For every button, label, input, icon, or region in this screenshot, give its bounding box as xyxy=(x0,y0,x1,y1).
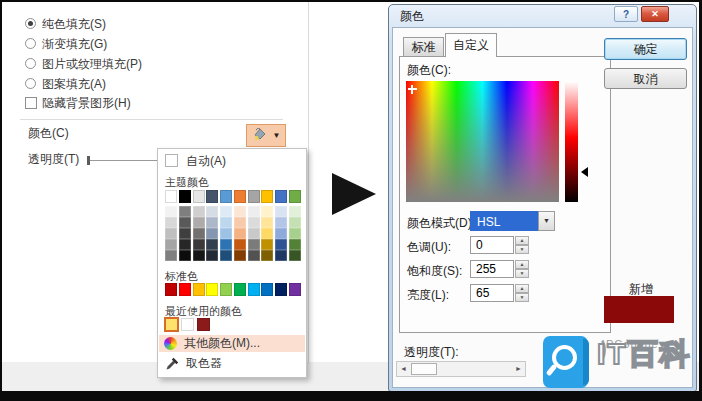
color-swatch[interactable] xyxy=(220,206,232,217)
saturation-input[interactable] xyxy=(470,260,514,278)
color-swatch[interactable] xyxy=(275,283,287,296)
color-swatch[interactable] xyxy=(261,283,273,296)
color-swatch[interactable] xyxy=(289,206,301,217)
color-swatch[interactable] xyxy=(275,250,287,261)
color-swatch[interactable] xyxy=(261,190,273,203)
color-swatch[interactable] xyxy=(289,217,301,228)
color-swatch[interactable] xyxy=(234,250,246,261)
color-swatch[interactable] xyxy=(234,190,246,203)
color-swatch[interactable] xyxy=(220,250,232,261)
scroll-left-icon[interactable]: ◄ xyxy=(397,362,410,376)
color-swatch[interactable] xyxy=(248,250,260,261)
color-swatch[interactable] xyxy=(206,283,218,296)
color-swatch[interactable] xyxy=(193,217,205,228)
spinner-down-icon[interactable]: ▼ xyxy=(515,269,529,278)
hue-saturation-picker[interactable] xyxy=(406,81,559,202)
radio-picture-texture-fill-label[interactable]: 图片或纹理填充(P) xyxy=(42,57,142,71)
color-mode-select[interactable]: HSL xyxy=(470,211,538,231)
luminance-input[interactable] xyxy=(470,284,514,302)
radio-gradient-fill-label[interactable]: 渐变填充(G) xyxy=(42,37,107,51)
color-swatch[interactable] xyxy=(181,318,194,331)
color-swatch[interactable] xyxy=(289,283,301,296)
color-swatch[interactable] xyxy=(179,239,191,250)
color-swatch[interactable] xyxy=(234,228,246,239)
color-swatch[interactable] xyxy=(206,206,218,217)
menu-item-eyedropper[interactable]: 取色器 xyxy=(159,355,305,372)
color-swatch[interactable] xyxy=(289,228,301,239)
color-swatch[interactable] xyxy=(275,228,287,239)
color-swatch[interactable] xyxy=(248,239,260,250)
fill-color-button[interactable]: ▼ xyxy=(246,124,286,147)
saturation-spinner[interactable]: ▲ ▼ xyxy=(515,260,529,278)
color-swatch[interactable] xyxy=(234,283,246,296)
color-swatch[interactable] xyxy=(261,239,273,250)
color-swatch[interactable] xyxy=(193,190,205,203)
radio-pattern-fill-label[interactable]: 图案填充(A) xyxy=(42,77,106,91)
color-swatch[interactable] xyxy=(248,228,260,239)
scroll-right-icon[interactable]: ► xyxy=(512,362,525,376)
color-swatch[interactable] xyxy=(179,250,191,261)
color-swatch[interactable] xyxy=(289,250,301,261)
ok-button[interactable]: 确定 xyxy=(604,38,687,60)
hue-spinner[interactable]: ▲ ▼ xyxy=(515,236,529,254)
spinner-up-icon[interactable]: ▲ xyxy=(515,260,529,269)
color-swatch[interactable] xyxy=(220,228,232,239)
hue-input[interactable] xyxy=(470,236,514,254)
color-swatch[interactable] xyxy=(193,228,205,239)
color-swatch[interactable] xyxy=(193,206,205,217)
color-swatch[interactable] xyxy=(193,239,205,250)
scrollbar-thumb[interactable] xyxy=(411,363,437,375)
color-swatch[interactable] xyxy=(289,239,301,250)
spinner-down-icon[interactable]: ▼ xyxy=(515,245,529,254)
color-swatch[interactable] xyxy=(234,239,246,250)
checkbox-hide-background-label[interactable]: 隐藏背景图形(H) xyxy=(42,96,131,110)
color-mode-dropdown-button[interactable]: ▼ xyxy=(538,211,555,231)
spinner-up-icon[interactable]: ▲ xyxy=(515,284,529,293)
radio-pattern-fill[interactable] xyxy=(25,78,36,89)
color-swatch[interactable] xyxy=(165,250,177,261)
color-swatch[interactable] xyxy=(220,217,232,228)
luminance-marker-icon[interactable] xyxy=(581,167,588,177)
color-swatch[interactable] xyxy=(165,318,178,331)
color-swatch[interactable] xyxy=(179,217,191,228)
color-swatch[interactable] xyxy=(206,250,218,261)
color-swatch[interactable] xyxy=(179,190,191,203)
luminance-bar[interactable] xyxy=(565,81,578,202)
color-swatch[interactable] xyxy=(275,217,287,228)
radio-gradient-fill[interactable] xyxy=(25,38,36,49)
transparency-scrollbar[interactable]: ◄ ► xyxy=(396,361,526,377)
color-swatch[interactable] xyxy=(248,283,260,296)
luminance-spinner[interactable]: ▲ ▼ xyxy=(515,284,529,302)
help-button[interactable]: ? xyxy=(614,6,638,22)
color-swatch[interactable] xyxy=(197,318,210,331)
spinner-down-icon[interactable]: ▼ xyxy=(515,293,529,302)
color-swatch[interactable] xyxy=(248,206,260,217)
color-swatch[interactable] xyxy=(179,283,191,296)
cancel-button[interactable]: 取消 xyxy=(604,68,687,89)
checkbox-hide-background[interactable] xyxy=(25,97,37,109)
color-swatch[interactable] xyxy=(206,190,218,203)
radio-solid-fill[interactable] xyxy=(25,18,36,29)
radio-solid-fill-label[interactable]: 纯色填充(S) xyxy=(42,17,106,31)
menu-item-automatic[interactable]: 自动(A) xyxy=(186,154,226,168)
close-button[interactable]: ✕ xyxy=(641,6,669,22)
color-swatch[interactable] xyxy=(165,228,177,239)
color-swatch[interactable] xyxy=(179,206,191,217)
color-swatch[interactable] xyxy=(261,206,273,217)
color-swatch[interactable] xyxy=(289,190,301,203)
menu-item-more-colors[interactable]: 其他颜色(M)... xyxy=(159,335,305,352)
color-swatch[interactable] xyxy=(234,217,246,228)
radio-picture-texture-fill[interactable] xyxy=(25,58,36,69)
color-swatch[interactable] xyxy=(261,250,273,261)
color-swatch[interactable] xyxy=(165,190,177,203)
color-swatch[interactable] xyxy=(220,239,232,250)
automatic-color-swatch[interactable] xyxy=(165,154,178,167)
color-swatch[interactable] xyxy=(275,239,287,250)
color-swatch[interactable] xyxy=(165,239,177,250)
color-swatch[interactable] xyxy=(220,283,232,296)
color-swatch[interactable] xyxy=(275,190,287,203)
color-swatch[interactable] xyxy=(165,217,177,228)
color-swatch[interactable] xyxy=(206,217,218,228)
tab-standard[interactable]: 标准 xyxy=(403,37,444,57)
color-swatch[interactable] xyxy=(234,206,246,217)
